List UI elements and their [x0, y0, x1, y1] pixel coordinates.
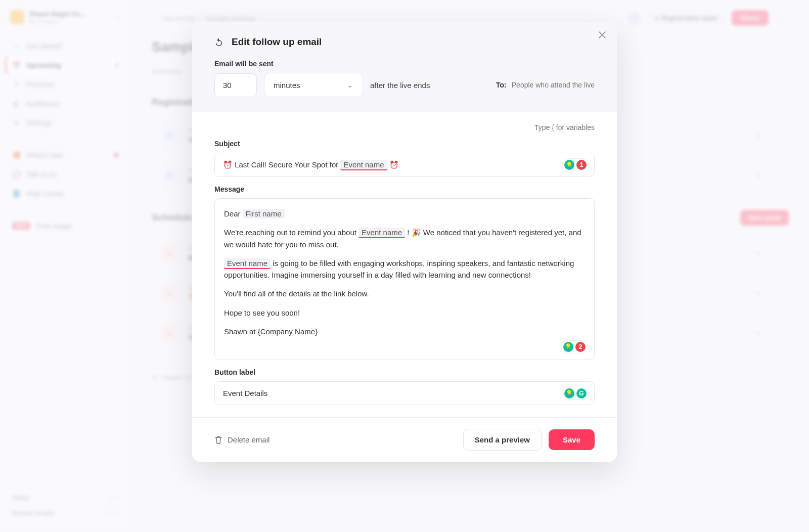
bulb-icon: 💡	[564, 160, 574, 170]
variable-event-name[interactable]: Event name	[224, 258, 271, 269]
bulb-icon: 💡	[564, 388, 574, 398]
close-icon	[599, 31, 606, 38]
variable-event-name[interactable]: Event name	[340, 160, 387, 170]
issue-count: 1	[576, 160, 587, 170]
button-label-label: Button label	[214, 368, 595, 376]
delay-value-input[interactable]	[214, 73, 257, 97]
message-editor[interactable]: Dear First name We're reaching out to re…	[214, 198, 595, 360]
undo-icon[interactable]	[214, 37, 223, 47]
to-value: People who attend the live	[512, 81, 595, 89]
variable-event-name[interactable]: Event name	[358, 228, 405, 238]
grammarly-badge[interactable]: 💡 1	[562, 158, 589, 171]
modal-overlay: Edit follow up email Email will be sent …	[0, 0, 809, 532]
variable-first-name[interactable]: First name	[243, 209, 285, 218]
modal-footer: Delete email Send a preview Save	[192, 417, 617, 462]
subject-text-suffix: ⏰	[387, 160, 399, 169]
chevron-down-icon: ⌄	[347, 80, 353, 90]
issue-count: 2	[575, 342, 586, 352]
delete-email-button[interactable]: Delete email	[214, 435, 269, 445]
subject-label: Subject	[214, 140, 595, 148]
trash-icon	[214, 435, 222, 445]
modal-body: Type { for variables Subject ⏰ Last Call…	[192, 112, 617, 417]
grammarly-badge[interactable]: 💡 2	[561, 340, 588, 353]
schedule-label: Email will be sent	[214, 60, 595, 68]
after-text: after the live ends	[370, 81, 430, 90]
subject-text-prefix: ⏰ Last Call! Secure Your Spot for	[223, 160, 340, 169]
send-preview-button[interactable]: Send a preview	[463, 429, 542, 451]
subject-input[interactable]: ⏰ Last Call! Secure Your Spot for Event …	[214, 153, 595, 177]
close-button[interactable]	[599, 31, 606, 38]
grammarly-badge[interactable]: 💡 G	[562, 387, 589, 400]
button-label-input[interactable]: Event Details 💡 G	[214, 381, 595, 405]
save-button[interactable]: Save	[549, 429, 595, 450]
delay-unit-select[interactable]: minutes ⌄	[264, 73, 363, 97]
to-label: To:	[496, 81, 507, 89]
schedule-row: minutes ⌄ after the live ends To: People…	[214, 73, 595, 97]
grammarly-ok-icon: G	[576, 388, 587, 398]
delay-unit-label: minutes	[274, 81, 300, 90]
modal-title: Edit follow up email	[232, 36, 322, 48]
modal-header: Edit follow up email Email will be sent …	[192, 22, 617, 112]
message-label: Message	[214, 185, 595, 193]
bulb-icon: 💡	[563, 342, 573, 352]
edit-email-modal: Edit follow up email Email will be sent …	[192, 22, 617, 462]
variable-hint: Type { for variables	[214, 123, 595, 131]
